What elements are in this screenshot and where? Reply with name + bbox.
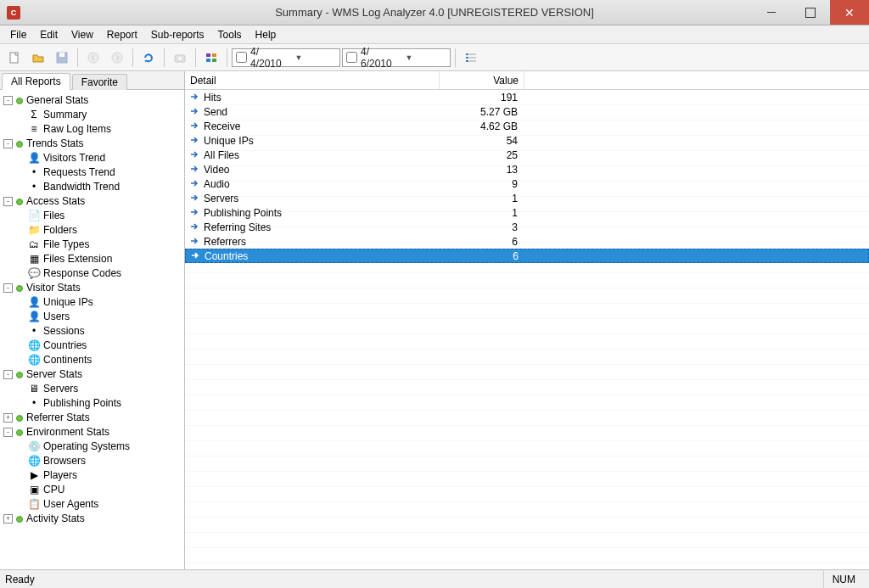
list-row[interactable]: Publishing Points1 [185, 205, 869, 220]
item-icon: Σ [28, 109, 40, 121]
svg-rect-10 [212, 59, 216, 62]
tree-category-referrer[interactable]: +Referrer Stats [3, 411, 182, 425]
column-detail[interactable]: Detail [185, 71, 440, 89]
menu-tools[interactable]: Tools [211, 27, 249, 42]
category-dot-icon [16, 429, 23, 436]
capture-button[interactable] [169, 47, 191, 69]
tree-category-general[interactable]: -General Stats [3, 93, 182, 108]
tree-item[interactable]: 💿Operating Systems [15, 440, 182, 454]
expand-icon[interactable]: + [3, 413, 13, 423]
tree-item[interactable]: •Requests Trend [15, 165, 182, 180]
tree-item[interactable]: •Publishing Points [15, 396, 182, 411]
row-detail: Audio [204, 178, 230, 190]
report-tree[interactable]: -General StatsΣSummary≡Raw Log Items-Tre… [0, 90, 184, 569]
tree-category-visitor[interactable]: -Visitor Stats [3, 281, 182, 295]
item-label: Countries [43, 339, 87, 353]
expand-icon[interactable]: - [3, 139, 13, 148]
status-num: NUM [823, 570, 864, 588]
tree-item[interactable]: •Bandwidth Trend [15, 180, 182, 194]
list-row[interactable]: Unique IPs54 [185, 133, 869, 148]
list-row[interactable]: Hits191 [185, 90, 869, 104]
svg-rect-0 [10, 53, 18, 63]
menu-edit[interactable]: Edit [33, 27, 64, 42]
tree-item[interactable]: 👤Unique IPs [15, 295, 182, 310]
tree-category-activity[interactable]: +Activity Stats [3, 512, 182, 526]
list-row[interactable]: Referrers6 [185, 234, 869, 249]
row-detail: Unique IPs [204, 135, 254, 147]
item-label: Sessions [43, 324, 85, 339]
tree-item[interactable]: 👤Users [15, 310, 182, 324]
save-button[interactable] [51, 47, 73, 69]
expand-icon[interactable]: - [3, 197, 13, 206]
row-detail: Video [204, 164, 229, 176]
list-config-button[interactable] [460, 47, 482, 69]
new-button[interactable] [3, 47, 25, 69]
menu-report[interactable]: Report [100, 27, 144, 42]
tree-item[interactable]: 📁Folders [15, 223, 182, 238]
expand-icon[interactable]: + [3, 514, 13, 524]
tree-item[interactable]: ΣSummary [15, 108, 182, 122]
tree-item[interactable]: 📋User Agents [15, 497, 182, 512]
menu-subreports[interactable]: Sub-reports [144, 27, 211, 42]
list-row[interactable]: Countries6 [185, 249, 869, 263]
forward-button[interactable] [106, 47, 128, 69]
left-panel: All Reports Favorite -General StatsΣSumm… [0, 71, 185, 569]
tree-item[interactable]: 🌐Browsers [15, 454, 182, 468]
date-to-checkbox[interactable] [346, 52, 357, 63]
tree-item[interactable]: ▶Players [15, 468, 182, 483]
row-detail: Referring Sites [204, 221, 271, 233]
list-row[interactable]: Referring Sites3 [185, 220, 869, 234]
arrow-icon [190, 149, 199, 161]
tree-item[interactable]: •Sessions [15, 324, 182, 339]
menu-file[interactable]: File [3, 27, 33, 42]
list-row[interactable]: Servers1 [185, 191, 869, 205]
maximize-button[interactable] [791, 0, 830, 25]
tree-category-trends[interactable]: -Trends Stats [3, 137, 182, 151]
column-value[interactable]: Value [440, 71, 524, 89]
tree-item[interactable]: 📄Files [15, 209, 182, 223]
menu-view[interactable]: View [64, 27, 100, 42]
date-to-picker[interactable]: 4/ 6/2010 ▼ [342, 48, 451, 67]
back-button[interactable] [82, 47, 104, 69]
arrow-icon [190, 236, 199, 248]
list-row[interactable]: Audio9 [185, 176, 869, 191]
list-row[interactable]: All Files25 [185, 148, 869, 162]
tree-item[interactable]: 🌐Countries [15, 339, 182, 353]
row-value: 4.62 GB [440, 120, 524, 132]
tree-item[interactable]: 💬Response Codes [15, 266, 182, 281]
minimize-button[interactable] [752, 0, 791, 25]
tree-item[interactable]: 🌐Continents [15, 353, 182, 367]
chevron-down-icon: ▼ [406, 53, 447, 62]
expand-icon[interactable]: - [3, 370, 13, 379]
app-icon: C [7, 6, 20, 20]
expand-icon[interactable]: - [3, 96, 13, 105]
menu-help[interactable]: Help [249, 27, 283, 42]
date-from-picker[interactable]: 4/ 4/2010 ▼ [232, 48, 340, 67]
list-row[interactable]: Video13 [185, 162, 869, 176]
view-mode-button[interactable] [200, 47, 222, 69]
tab-favorite[interactable]: Favorite [72, 74, 127, 90]
tree-category-server[interactable]: -Server Stats [3, 367, 182, 382]
list-body[interactable]: Hits191Send5.27 GBReceive4.62 GBUnique I… [185, 90, 869, 569]
tree-item[interactable]: 👤Visitors Trend [15, 151, 182, 165]
expand-icon[interactable]: - [3, 428, 13, 437]
tree-item[interactable]: ▣CPU [15, 483, 182, 497]
category-dot-icon [16, 98, 23, 104]
tree-item[interactable]: 🖥Servers [15, 382, 182, 396]
refresh-button[interactable] [137, 47, 160, 69]
close-button[interactable]: ✕ [830, 0, 869, 25]
tree-category-env[interactable]: -Environment Stats [3, 425, 182, 440]
tab-all-reports[interactable]: All Reports [2, 73, 70, 90]
tree-category-access[interactable]: -Access Stats [3, 194, 182, 209]
expand-icon[interactable]: - [3, 283, 13, 293]
tree-item[interactable]: ▦Files Extension [15, 252, 182, 266]
workspace: All Reports Favorite -General StatsΣSumm… [0, 71, 869, 569]
open-button[interactable] [27, 47, 49, 69]
list-row[interactable]: Receive4.62 GB [185, 119, 869, 133]
date-from-checkbox[interactable] [236, 52, 247, 63]
tree-item[interactable]: 🗂File Types [15, 238, 182, 252]
category-dot-icon [16, 141, 23, 148]
list-row[interactable]: Send5.27 GB [185, 104, 869, 119]
menubar: File Edit View Report Sub-reports Tools … [0, 25, 869, 44]
tree-item[interactable]: ≡Raw Log Items [15, 122, 182, 137]
